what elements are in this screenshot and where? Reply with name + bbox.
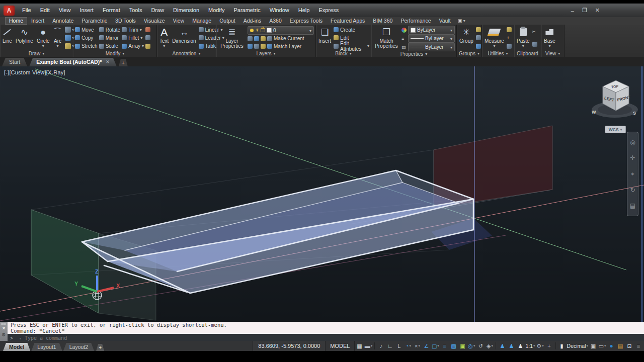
- panel-label-properties[interactable]: Properties: [371, 51, 456, 57]
- quick-properties-icon[interactable]: ▣: [589, 341, 598, 350]
- pan-icon[interactable]: ✛: [630, 155, 635, 161]
- grid-display-icon[interactable]: ▦: [355, 341, 364, 350]
- minimize-icon[interactable]: –: [571, 8, 574, 14]
- customize-wrench-icon[interactable]: ⚙: [2, 332, 6, 337]
- edit-attributes-button[interactable]: Edit Attributes: [334, 43, 369, 50]
- stretch-button[interactable]: Stretch: [75, 43, 98, 50]
- annotation-visibility-icon[interactable]: ♟: [498, 341, 507, 350]
- polyline-button[interactable]: ∿ Polyline: [15, 26, 34, 50]
- mirror-button[interactable]: Mirror: [99, 34, 120, 41]
- model-space-button[interactable]: MODEL: [326, 341, 355, 351]
- object-snap-icon[interactable]: ×: [413, 341, 422, 350]
- menu-edit[interactable]: Edit: [36, 4, 54, 17]
- recent-commands-icon[interactable]: [19, 335, 22, 341]
- selection-filtering-icon[interactable]: ◈: [485, 341, 494, 350]
- layer-tool-icon[interactable]: [254, 36, 259, 41]
- lineweight-dropdown[interactable]: ByLayer: [408, 43, 455, 51]
- layer-tool-icon[interactable]: [261, 44, 266, 49]
- make-current-row[interactable]: Make Current: [248, 35, 314, 42]
- linetype-dropdown[interactable]: ByLayer: [408, 34, 455, 43]
- match-layer-row[interactable]: Match Layer: [248, 43, 314, 50]
- circle-button[interactable]: ● Circle: [36, 26, 51, 50]
- model-tab[interactable]: Model: [3, 343, 30, 351]
- layer-dropdown[interactable]: ☀ 0: [248, 26, 314, 35]
- measure-button[interactable]: Measure: [484, 26, 505, 50]
- fillet-button[interactable]: Fillet: [122, 34, 144, 41]
- group-select-tool-icon[interactable]: [476, 43, 481, 50]
- layout2-tab[interactable]: Layout2: [63, 343, 94, 351]
- tab-featured-apps[interactable]: Featured Apps: [327, 17, 369, 25]
- transparency-icon[interactable]: ▩: [449, 341, 458, 350]
- annotation-monitor-icon[interactable]: +: [545, 341, 554, 350]
- ellipse-tool-icon[interactable]: [65, 34, 74, 41]
- a360-connect-icon[interactable]: ●: [607, 341, 616, 350]
- command-input[interactable]: >_ Type a command: [8, 334, 644, 341]
- menu-express[interactable]: Express: [314, 4, 343, 17]
- dynamic-input-icon[interactable]: ♪: [376, 341, 385, 350]
- annotation-scale-value[interactable]: 1:1: [525, 341, 535, 350]
- viewport-controls-label[interactable]: [-][Custom View][X-Ray]: [4, 69, 65, 75]
- panel-label-groups[interactable]: Groups: [457, 50, 481, 57]
- infer-constraints-icon[interactable]: ∟: [385, 341, 394, 350]
- tab-performance[interactable]: Performance: [396, 17, 435, 25]
- autocad-logo-icon[interactable]: A: [4, 6, 15, 16]
- tab-a360[interactable]: A360: [265, 17, 286, 25]
- paste-button[interactable]: Paste: [516, 26, 531, 50]
- showmotion-icon[interactable]: ▤: [630, 203, 635, 209]
- trim-button[interactable]: Trim: [122, 26, 144, 33]
- copy-clip-tool-icon[interactable]: [532, 41, 537, 48]
- panel-label-layers[interactable]: Layers: [216, 50, 315, 57]
- selection-cycling-icon[interactable]: ▣: [458, 341, 467, 350]
- tab-3d-tools[interactable]: 3D Tools: [111, 17, 140, 25]
- menu-view[interactable]: View: [54, 4, 75, 17]
- layer-tool-icon[interactable]: [267, 36, 272, 41]
- panel-label-block[interactable]: Block: [316, 50, 371, 57]
- clean-screen-icon[interactable]: ⊡: [625, 341, 634, 350]
- group-edit-tool-icon[interactable]: [476, 34, 481, 41]
- file-tab-start[interactable]: Start: [2, 58, 27, 66]
- offset-tool-icon[interactable]: [145, 43, 150, 50]
- insert-block-button[interactable]: ❏ Insert: [317, 26, 332, 50]
- orbit-icon[interactable]: ↻: [630, 187, 635, 193]
- full-navigation-wheel-icon[interactable]: ◎: [630, 139, 635, 145]
- scale-button[interactable]: Scale: [99, 43, 120, 50]
- close-icon[interactable]: ✕: [595, 7, 600, 14]
- group-button[interactable]: ✳ Group: [458, 26, 474, 50]
- menu-parametric[interactable]: Parametric: [229, 4, 265, 17]
- panel-label-annotation[interactable]: Annotation: [157, 50, 216, 57]
- panel-label-clipboard[interactable]: Clipboard: [514, 50, 541, 57]
- tab-home[interactable]: Home: [5, 17, 27, 25]
- panel-label-draw[interactable]: Draw: [0, 50, 73, 57]
- arc-button[interactable]: ⌒ Arc: [52, 26, 63, 50]
- annotation-autoscale-icon[interactable]: ♟: [507, 341, 516, 350]
- menu-dimension[interactable]: Dimension: [169, 4, 204, 17]
- menu-file[interactable]: File: [18, 4, 36, 17]
- menu-format[interactable]: Format: [98, 4, 125, 17]
- panel-label-view[interactable]: View: [541, 50, 564, 57]
- menu-window[interactable]: Window: [265, 4, 294, 17]
- drag-handle-icon[interactable]: [2, 323, 6, 325]
- object-color-dropdown[interactable]: ByLayer: [408, 26, 455, 34]
- tab-visualize[interactable]: Visualize: [140, 17, 169, 25]
- match-properties-button[interactable]: ❐ Match Properties: [373, 26, 400, 51]
- layer-properties-button[interactable]: ≣ Layer Properties: [218, 26, 246, 50]
- layer-tool-icon[interactable]: [248, 44, 253, 49]
- quick-calc-tool-icon[interactable]: [507, 43, 512, 50]
- close-command-window-icon[interactable]: ✕: [2, 326, 6, 331]
- units-dropdown[interactable]: Decimal: [567, 341, 589, 350]
- layer-tool-icon[interactable]: [254, 44, 259, 49]
- rotate-button[interactable]: Rotate: [99, 26, 120, 33]
- ribbon-display-toggle-icon[interactable]: ▣: [458, 17, 465, 25]
- hatch-tool-icon[interactable]: [65, 43, 74, 50]
- move-button[interactable]: Move: [75, 26, 98, 33]
- share-design-view-icon[interactable]: ▤: [616, 341, 625, 350]
- tab-output[interactable]: Output: [215, 17, 239, 25]
- linetype-list-icon[interactable]: ≡: [401, 35, 407, 42]
- tab-manage[interactable]: Manage: [188, 17, 215, 25]
- tab-bim-360[interactable]: BIM 360: [369, 17, 396, 25]
- tab-insert[interactable]: Insert: [27, 17, 48, 25]
- tab-annotate[interactable]: Annotate: [48, 17, 77, 25]
- dimension-button[interactable]: ↔ Dimension: [171, 26, 197, 50]
- annotation-scale-icon[interactable]: ♟: [516, 341, 525, 350]
- base-view-button[interactable]: Base: [543, 26, 556, 50]
